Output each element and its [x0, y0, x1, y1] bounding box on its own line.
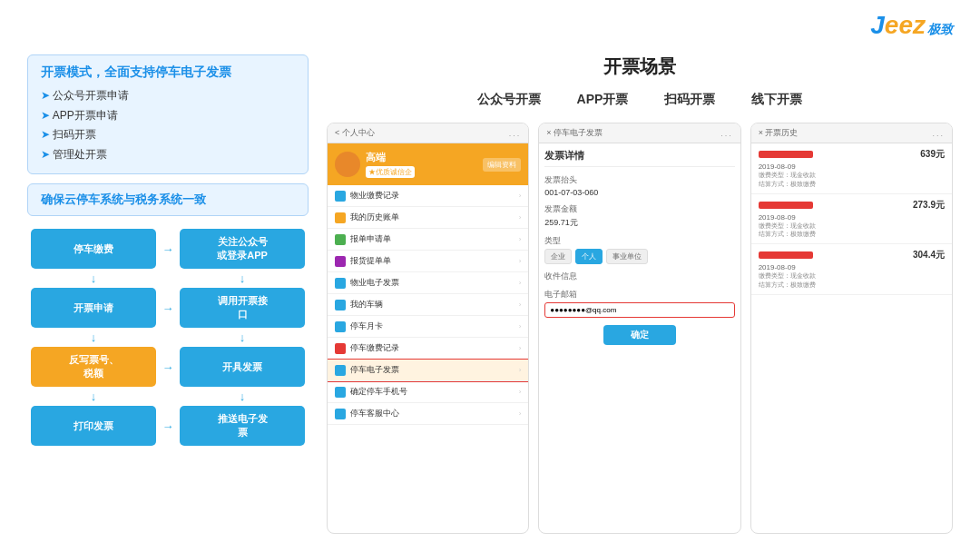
phone1-content: 高端 ★优质诚信企 编辑资料 物业缴费记录 › 我的历史	[328, 143, 528, 533]
flow-issue-invoice: 开具发票	[180, 347, 305, 387]
menu-item-10[interactable]: 停车客服中心 ›	[328, 403, 528, 425]
type-btn-personal[interactable]: 个人	[575, 249, 603, 264]
info-title: 开票模式，全面支持停车电子发票	[41, 64, 295, 81]
menu-label-4: 物业电子发票	[350, 277, 399, 289]
menu-item-9[interactable]: 确定停车手机号 ›	[328, 381, 528, 403]
menu-item-5[interactable]: 我的车辆 ›	[328, 294, 528, 316]
tab-scan[interactable]: 扫码开票	[664, 88, 715, 113]
history-desc1-0: 缴费类型：现金收款	[759, 171, 945, 180]
main-container: 开票模式，全面支持停车电子发票 公众号开票申请 APP开票申请 扫码开票 管理处…	[27, 54, 953, 534]
type-btn-company[interactable]: 企业	[544, 249, 572, 264]
menu-label-5: 我的车辆	[350, 299, 383, 310]
edit-profile-btn[interactable]: 编辑资料	[483, 158, 521, 172]
chevron-1: ›	[519, 213, 522, 222]
menu-item-1[interactable]: 我的历史账单 ›	[328, 207, 528, 229]
left-panel: 开票模式，全面支持停车电子发票 公众号开票申请 APP开票申请 扫码开票 管理处…	[27, 54, 309, 534]
history-date-2: 2019-08-09	[759, 263, 945, 271]
flow-invoice-apply: 开票申请	[31, 288, 156, 328]
type-btn-institution[interactable]: 事业单位	[606, 249, 648, 264]
history-item-1: 273.9元 2019-08-09 缴费类型：现金收款 结算方式：极致缴费	[751, 194, 952, 245]
menu-item-0[interactable]: 物业缴费记录 ›	[328, 185, 528, 207]
phone1-header-left: < 个人中心	[335, 127, 375, 139]
logo-subtitle: 极致	[927, 22, 953, 36]
confirm-button[interactable]: 确定	[603, 325, 676, 345]
info-item-2: APP开票申请	[41, 106, 295, 126]
chevron-0: ›	[519, 192, 522, 200]
flow-push-invoice: 推送电子发 票	[180, 406, 305, 446]
menu-label-7: 停车缴费记录	[350, 342, 399, 354]
menu-label-0: 物业缴费记录	[350, 190, 399, 202]
info-item-1: 公众号开票申请	[41, 86, 295, 106]
form-row-header: 发票抬头 001-07-03-060	[544, 174, 734, 197]
tab-app[interactable]: APP开票	[577, 88, 629, 113]
history-desc1-2: 缴费类型：现金收款	[759, 271, 945, 281]
history-top-1: 273.9元	[759, 199, 945, 212]
info-box: 开票模式，全面支持停车电子发票 公众号开票申请 APP开票申请 扫码开票 管理处…	[27, 54, 309, 174]
flow-arrow-v1: ↓	[31, 271, 156, 285]
history-item-2: 304.4元 2019-08-09 缴费类型：现金收款 结算方式：极致缴费	[751, 244, 952, 295]
history-amount-1: 273.9元	[913, 199, 945, 212]
chevron-5: ›	[519, 301, 522, 309]
flow-arrow-h4: →	[159, 406, 177, 446]
form-label-header: 发票抬头	[544, 174, 734, 186]
menu-item-7[interactable]: 停车缴费记录 ›	[328, 338, 528, 360]
history-item-0: 639元 2019-08-09 缴费类型：现金收款 结算方式：极致缴费	[751, 143, 952, 194]
flow-write-ticket: 反写票号、 税额	[31, 347, 156, 387]
chevron-10: ›	[519, 409, 522, 418]
phone3-header-left: × 开票历史	[759, 127, 799, 139]
form-row-type: 类型 企业 个人 事业单位	[544, 235, 734, 264]
history-amount-2: 304.4元	[913, 249, 945, 261]
flow-spacer2	[159, 330, 177, 344]
info-item-4: 管理处开票	[41, 145, 295, 165]
flow-arrow-v2: ↓	[180, 271, 305, 285]
tab-offline[interactable]: 线下开票	[751, 88, 802, 113]
chevron-7: ›	[519, 344, 522, 352]
menu-item-3[interactable]: 报货提单单 ›	[328, 251, 528, 272]
right-title: 开票场景	[327, 54, 953, 79]
history-desc2-0: 结算方式：极致缴费	[759, 180, 945, 189]
menu-item-6[interactable]: 停车月卡 ›	[328, 316, 528, 338]
avatar	[335, 152, 360, 177]
menu-label-6: 停车月卡	[350, 320, 383, 332]
history-desc2-1: 结算方式：极致缴费	[759, 230, 945, 239]
history-date-0: 2019-08-09	[759, 163, 945, 171]
tab-public[interactable]: 公众号开票	[477, 88, 541, 113]
form-row-email: 电子邮箱	[544, 289, 734, 318]
menu-list: 物业缴费记录 › 我的历史账单 › 报单申请单 ›	[328, 185, 528, 425]
menu-item-4[interactable]: 物业电子发票 ›	[328, 272, 528, 294]
menu-icon-6	[335, 321, 346, 332]
chevron-3: ›	[519, 257, 522, 265]
menu-item-2[interactable]: 报单申请单 ›	[328, 229, 528, 251]
phone2-dots: ...	[720, 129, 733, 138]
menu-icon-10	[335, 409, 346, 419]
history-top-0: 639元	[759, 148, 945, 161]
flow-arrow-v5: ↓	[31, 389, 156, 403]
type-buttons: 企业 个人 事业单位	[544, 249, 734, 264]
menu-label-9: 确定停车手机号	[350, 386, 407, 398]
menu-icon-9	[335, 387, 346, 398]
phone3-dots: ...	[932, 129, 945, 138]
menu-icon-0	[335, 191, 346, 202]
form-value-header: 001-07-03-060	[544, 188, 734, 197]
form-label-recipient: 收件信息	[544, 271, 734, 282]
chevron-9: ›	[519, 388, 522, 396]
phone-history: × 开票历史 ... 639元 2019-08-09 缴费类型：现金收款 结算方…	[750, 123, 953, 534]
chevron-6: ›	[519, 322, 522, 330]
phone3-header: × 开票历史 ...	[751, 123, 952, 143]
phone3-content: 639元 2019-08-09 缴费类型：现金收款 结算方式：极致缴费 273.…	[751, 143, 952, 533]
phones-row: < 个人中心 ... 高端 ★优质诚信企 编辑资料	[327, 123, 953, 534]
menu-icon-1	[335, 212, 346, 223]
flow-arrow-h1: →	[159, 229, 177, 269]
flow-arrow-h3: →	[159, 347, 177, 387]
menu-label-2: 报单申请单	[350, 233, 391, 245]
history-amount-0: 639元	[920, 148, 945, 161]
menu-icon-2	[335, 234, 346, 245]
menu-item-8-highlighted[interactable]: 停车电子发票 ›	[328, 360, 528, 381]
history-bar-1	[759, 202, 813, 209]
phone-wechat: < 个人中心 ... 高端 ★优质诚信企 编辑资料	[327, 123, 529, 534]
flow-chart: 停车缴费 → 关注公众号 或登录APP ↓ ↓ 开票申请 → 调用开票接 口 ↓…	[27, 225, 309, 455]
logo-text: Jeez极致	[870, 11, 953, 40]
email-input[interactable]	[544, 302, 734, 318]
chevron-8: ›	[519, 366, 522, 374]
menu-icon-4	[335, 278, 346, 289]
